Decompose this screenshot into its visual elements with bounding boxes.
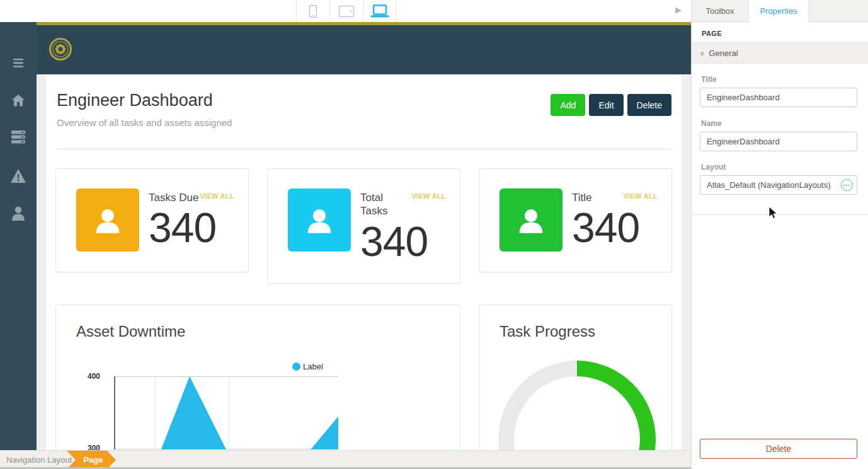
- layout-field[interactable]: [700, 175, 857, 195]
- chart-title: Asset Downtime: [76, 323, 185, 340]
- stat-card-value: 340: [572, 207, 658, 248]
- sidebar-item-alerts[interactable]: [0, 169, 37, 183]
- view-all-link[interactable]: VIEW ALL: [411, 191, 446, 200]
- mouse-cursor-icon: [768, 207, 777, 219]
- panel-delete-button[interactable]: Delete: [700, 439, 857, 459]
- asset-downtime-card[interactable]: Asset Downtime Label 400 300: [55, 304, 460, 450]
- device-preview-group: [296, 0, 396, 22]
- phone-icon: [309, 4, 317, 18]
- task-progress-card[interactable]: Task Progress 67%: [479, 304, 672, 450]
- add-button[interactable]: Add: [551, 94, 585, 116]
- user-avatar-icon: [500, 188, 562, 252]
- server-stack-icon: [11, 130, 25, 144]
- page-subtitle: Overview of all tasks and assets assigne…: [57, 117, 232, 128]
- user-avatar-icon: [76, 188, 139, 252]
- name-field[interactable]: [700, 132, 857, 151]
- left-nav-sidebar: [0, 22, 37, 469]
- layout-field-wrap: •••: [700, 175, 857, 195]
- stat-card-value: 340: [149, 207, 234, 248]
- area-chart-svg: [114, 376, 338, 449]
- app-header-bar: [37, 25, 691, 74]
- hamburger-icon: [13, 58, 24, 68]
- tab-properties[interactable]: Properties: [749, 0, 808, 22]
- gear-logo-icon[interactable]: [48, 37, 73, 62]
- stat-card-value: 340: [360, 221, 446, 262]
- tablet-icon: [338, 5, 355, 18]
- title-field[interactable]: [700, 88, 857, 107]
- legend-label: Label: [303, 362, 323, 371]
- panel-divider: [692, 214, 868, 215]
- top-toolbar: ▶: [0, 0, 691, 22]
- warning-triangle-icon: [11, 169, 26, 183]
- progress-donut: 67%: [498, 361, 656, 450]
- tabbar-filler: [808, 0, 868, 22]
- menu-toggle-button[interactable]: [0, 58, 37, 68]
- breadcrumb-item-navigation-layout[interactable]: Navigation Layout: [6, 451, 72, 469]
- y-axis-tick: 400: [81, 372, 100, 381]
- collapse-panel-arrow-icon[interactable]: ▶: [675, 5, 682, 14]
- sidebar-item-assets[interactable]: [0, 130, 37, 144]
- breadcrumb: Navigation Layout Page: [0, 450, 691, 469]
- progress-title: Task Progress: [500, 323, 595, 340]
- laptop-icon: [370, 4, 389, 18]
- stat-card-total-tasks[interactable]: Total Tasks VIEW ALL 340: [267, 168, 460, 284]
- desktop-preview-button[interactable]: [363, 0, 396, 22]
- delete-button[interactable]: Delete: [627, 94, 671, 116]
- sidebar-item-home[interactable]: [0, 95, 37, 107]
- sidebar-item-user[interactable]: [0, 206, 37, 221]
- tab-toolbox[interactable]: Toolbox: [692, 0, 749, 22]
- user-icon: [12, 206, 25, 221]
- view-all-link[interactable]: VIEW ALL: [623, 191, 658, 200]
- home-icon: [12, 95, 25, 107]
- layout-picker-ellipsis-button[interactable]: •••: [841, 179, 853, 191]
- group-label: General: [709, 49, 738, 58]
- app-builder-window: ▶: [0, 0, 868, 469]
- stat-card-title: Total Tasks: [360, 191, 411, 218]
- tablet-preview-button[interactable]: [329, 0, 363, 22]
- chevron-down-icon: ∨: [700, 50, 704, 57]
- field-label-layout: Layout: [701, 163, 726, 171]
- edit-button[interactable]: Edit: [589, 94, 623, 116]
- y-axis-tick: 300: [81, 444, 100, 450]
- phone-preview-button[interactable]: [296, 0, 329, 22]
- page-sheet: Engineer Dashboard Overview of all tasks…: [46, 74, 682, 450]
- chart-legend: Label: [292, 362, 323, 371]
- stat-card-tasks-due[interactable]: Tasks Due VIEW ALL 340: [55, 168, 249, 272]
- legend-swatch-icon: [292, 362, 300, 371]
- page-action-buttons: Add Edit Delete: [551, 94, 671, 116]
- stat-card-title: Title: [572, 191, 592, 204]
- view-all-link[interactable]: VIEW ALL: [200, 191, 234, 200]
- panel-section-title: PAGE: [702, 30, 722, 37]
- properties-panel: Toolbox Properties PAGE ∨ General Title …: [691, 0, 868, 469]
- design-canvas: Engineer Dashboard Overview of all tasks…: [37, 74, 691, 450]
- page-title: Engineer Dashboard: [57, 91, 213, 110]
- breadcrumb-item-page[interactable]: Page: [67, 451, 116, 469]
- field-label-name: Name: [701, 119, 722, 128]
- progress-donut-hole: [514, 376, 640, 450]
- stat-card-title: Tasks Due: [149, 191, 198, 204]
- field-label-title: Title: [701, 75, 716, 84]
- panel-tabbar: Toolbox Properties: [692, 0, 868, 22]
- header-divider: [57, 149, 671, 149]
- group-header-general[interactable]: ∨ General: [692, 43, 868, 64]
- user-avatar-icon: [288, 188, 351, 252]
- stat-card-title-metric[interactable]: Title VIEW ALL 340: [479, 168, 672, 272]
